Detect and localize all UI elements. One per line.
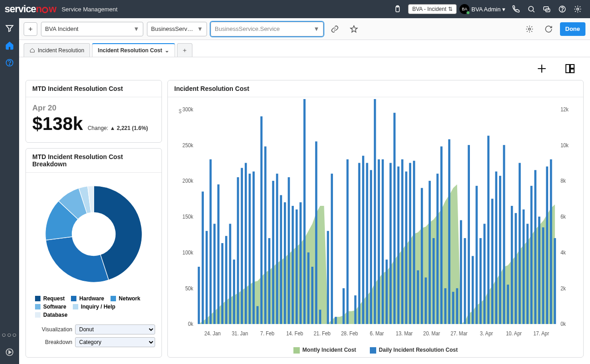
add-button[interactable] [24, 22, 37, 36]
svg-rect-84 [405, 171, 408, 324]
link-icon[interactable] [328, 23, 341, 35]
svg-text:21. Feb: 21. Feb [313, 330, 330, 336]
user-menu[interactable]: BVA Admin ▾ [471, 6, 505, 13]
chevron-down-icon: ▼ [133, 25, 139, 32]
tab-bar: Incident Resolution Incident Resolution … [19, 40, 590, 57]
svg-rect-75 [370, 170, 372, 324]
dashboard-body: MTD Incident Resolution Cost Apr 20 $138… [19, 80, 590, 364]
bva-picker[interactable]: BVA - Incident ⇅ [408, 4, 457, 14]
svg-rect-91 [433, 238, 435, 324]
user-name-text: BVA Admin [471, 6, 500, 13]
avatar[interactable]: BA [459, 4, 469, 14]
refresh-icon[interactable] [542, 23, 555, 35]
kpi-change: Change: ▲ 2,221 (1.6%) [88, 125, 148, 131]
chat-icon[interactable] [540, 3, 553, 15]
svg-rect-37 [221, 243, 223, 324]
breakdown-source-dropdown[interactable]: BusinessService.Se...▼ [147, 22, 207, 36]
indicator-dropdown[interactable]: BVA Incident▼ [41, 22, 143, 36]
header-subtitle: Service Management [61, 6, 117, 13]
visualization-select[interactable]: Donut [75, 324, 155, 334]
svg-text:3. Apr: 3. Apr [480, 330, 493, 336]
svg-rect-43 [245, 163, 247, 324]
svg-rect-98 [460, 220, 462, 324]
kpi-value: $138k [32, 114, 83, 134]
svg-rect-40 [233, 259, 235, 324]
settings-icon[interactable] [523, 23, 536, 35]
done-button[interactable]: Done [560, 22, 586, 36]
tab-incident-resolution-cost[interactable]: Incident Resolution Cost ⌄ [92, 43, 175, 57]
add-tab-button[interactable] [177, 43, 192, 57]
breakdown-select[interactable]: Category [75, 337, 155, 347]
svg-rect-48 [264, 146, 267, 324]
home-icon[interactable] [2, 38, 17, 53]
question-icon[interactable] [2, 55, 17, 70]
avatar-initials: BA [462, 7, 467, 11]
svg-rect-74 [366, 163, 368, 324]
breakdown-source-label: BusinessService.Se... [151, 25, 194, 32]
arrow-up-icon: ▲ [110, 125, 115, 131]
legend-item: Inquiry / Help [73, 304, 116, 310]
search-icon[interactable] [525, 3, 538, 15]
favorite-icon[interactable] [348, 23, 360, 35]
svg-rect-34 [210, 160, 212, 324]
svg-rect-80 [389, 163, 392, 324]
svg-text:0k: 0k [560, 321, 566, 327]
svg-point-7 [562, 10, 562, 11]
svg-text:20. Mar: 20. Mar [423, 330, 440, 336]
element-dropdown[interactable]: BusinessService.Service▼ [211, 22, 323, 36]
square-icon [35, 296, 40, 301]
svg-rect-50 [272, 181, 274, 324]
svg-rect-31 [198, 267, 200, 324]
svg-text:28. Feb: 28. Feb [341, 330, 358, 336]
svg-rect-95 [448, 139, 450, 324]
presence-dot [466, 11, 470, 15]
svg-text:31. Jan: 31. Jan [232, 330, 248, 336]
updown-icon: ⇅ [448, 6, 453, 12]
svg-text:24. Jan: 24. Jan [204, 330, 221, 336]
svg-text:13. Mar: 13. Mar [396, 330, 413, 336]
filter-icon[interactable] [2, 21, 17, 35]
help-icon[interactable] [556, 3, 569, 15]
svg-rect-97 [456, 288, 458, 324]
svg-point-12 [528, 28, 530, 30]
clipboard-icon[interactable] [391, 3, 404, 15]
svg-rect-113 [519, 163, 521, 324]
breakdown-card: MTD Incident Resolution Cost Breakdown R… [25, 148, 162, 358]
svg-rect-51 [276, 174, 278, 324]
svg-rect-61 [315, 141, 318, 324]
phone-icon[interactable] [509, 3, 522, 15]
svg-rect-100 [468, 145, 470, 324]
legend-item: Database [35, 312, 67, 318]
svg-rect-49 [268, 238, 271, 324]
svg-rect-118 [538, 217, 540, 324]
svg-text:10. Apr: 10. Apr [506, 330, 522, 336]
svg-rect-93 [440, 146, 443, 324]
square-icon [370, 347, 376, 354]
svg-rect-90 [429, 181, 431, 324]
svg-rect-76 [374, 99, 376, 324]
kpi-change-label: Change: [88, 125, 108, 131]
svg-rect-109 [503, 145, 505, 324]
more-icon[interactable]: ○○○ [2, 328, 17, 342]
legend-area-text: Montly Incident Cost [303, 347, 356, 353]
svg-rect-57 [299, 202, 302, 324]
breakdown-title: MTD Incident Resolution Cost Breakdown [26, 149, 161, 173]
legend-item: Request [35, 295, 65, 302]
svg-rect-78 [382, 160, 384, 324]
run-icon[interactable] [2, 345, 17, 359]
legend-item: Network [111, 295, 140, 302]
svg-text:100k: 100k [182, 249, 193, 255]
svg-rect-117 [534, 170, 536, 324]
legend-item: Software [35, 304, 66, 310]
svg-rect-85 [409, 163, 411, 324]
svg-point-3 [529, 6, 534, 11]
tab-incident-resolution[interactable]: Incident Resolution [24, 43, 90, 57]
gear-icon[interactable] [571, 3, 584, 15]
svg-rect-114 [523, 209, 525, 324]
square-icon [35, 304, 40, 309]
svg-rect-112 [514, 213, 517, 324]
add-widget-icon[interactable] [535, 62, 548, 75]
square-icon [73, 304, 78, 309]
tab-label: Incident Resolution Cost [98, 47, 162, 54]
layout-icon[interactable] [564, 62, 576, 75]
